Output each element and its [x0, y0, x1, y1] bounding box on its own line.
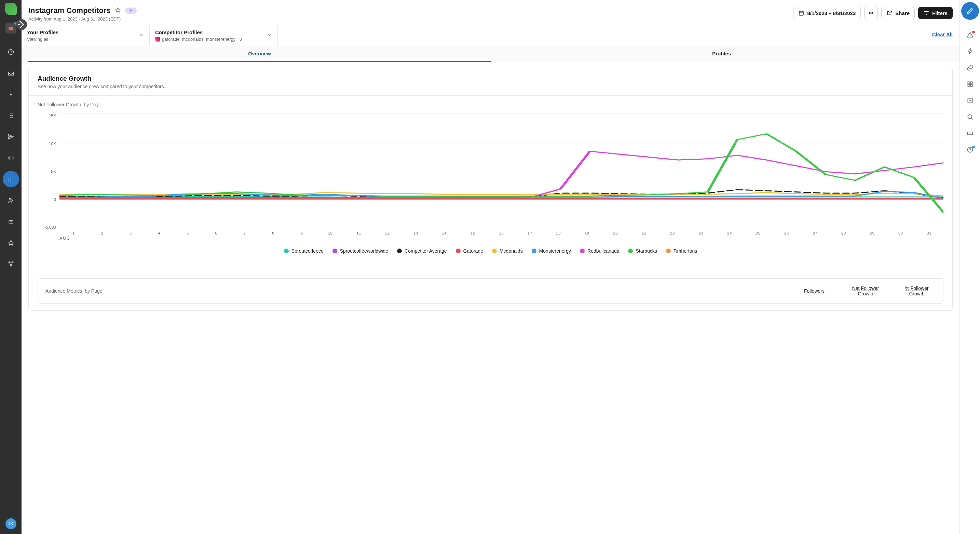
help-button[interactable] [967, 146, 974, 155]
links-button[interactable] [967, 64, 974, 72]
keyboard-button[interactable] [967, 130, 974, 138]
alerts-button[interactable] [967, 32, 974, 40]
bot-icon [8, 218, 14, 225]
legend-item[interactable]: Mcdonalds [492, 248, 523, 253]
grid-line [59, 201, 943, 201]
your-profiles-label: Your Profiles [27, 29, 144, 35]
insights-button[interactable] [967, 48, 974, 56]
x-tick: 19 [573, 231, 601, 235]
nav-network[interactable] [3, 256, 19, 272]
x-tick: 13 [401, 231, 430, 235]
x-tick: 15 [458, 231, 487, 235]
legend-item[interactable]: Redbullcanada [580, 248, 619, 253]
nav-people[interactable] [3, 192, 19, 209]
legend-item[interactable]: Gatorade [456, 248, 483, 253]
x-tick: 6 [202, 231, 230, 235]
nav-star[interactable] [3, 234, 19, 251]
svg-point-2 [12, 199, 13, 200]
clear-all-link[interactable]: Clear All [925, 25, 959, 46]
chart-y-axis: 15K10K5K0-5,000 [38, 113, 59, 230]
more-button[interactable] [864, 7, 878, 19]
arrow-right-icon [16, 19, 27, 30]
svg-point-5 [11, 222, 12, 222]
nav-publish[interactable] [3, 129, 19, 145]
legend-item[interactable]: Sproutcoffeeworldwide [332, 248, 388, 253]
compose-button[interactable] [961, 2, 979, 20]
metric-col-followers[interactable]: Followers [795, 288, 833, 294]
x-tick: 30 [886, 231, 915, 235]
share-button[interactable]: Share [881, 7, 915, 19]
apps-button[interactable] [967, 81, 974, 89]
nav-bot[interactable] [3, 213, 19, 230]
competitor-profiles-sub: gatorade, mcdonalds, monsterenergy +3 [162, 37, 242, 42]
legend-label: Sproutcoffeeco [291, 248, 324, 253]
bolt-icon [967, 48, 974, 55]
svg-rect-13 [968, 82, 970, 84]
x-tick: 29 [858, 231, 886, 235]
compose-icon [966, 7, 974, 15]
left-sidebar: JK [0, 0, 22, 534]
legend-label: Timhortons [673, 248, 697, 253]
nav-dashboard[interactable] [3, 44, 19, 60]
star-outline-icon [115, 7, 121, 13]
chart-subtitle: Net Follower Growth, by Day [38, 102, 943, 107]
x-tick: 16 [487, 231, 515, 235]
sprout-logo[interactable] [5, 3, 17, 15]
legend-label: Mcdonalds [500, 248, 523, 253]
chevron-down-icon [138, 32, 144, 39]
nav-pin[interactable] [3, 86, 19, 102]
competitor-profiles-filter[interactable]: Competitor Profiles gatorade, mcdonalds,… [150, 25, 278, 46]
date-range-button[interactable]: 8/1/2023 – 8/31/2023 [793, 7, 861, 19]
metric-col-pct-growth[interactable]: % Follower Growth [898, 285, 935, 296]
x-tick: 17 [515, 231, 544, 235]
favorite-button[interactable] [115, 7, 121, 14]
tab-profiles[interactable]: Profiles [491, 46, 953, 62]
x-tick: 9 [288, 231, 316, 235]
audience-growth-card: Audience Growth See how your audience gr… [29, 67, 953, 311]
nav-list[interactable] [3, 107, 19, 124]
legend-swatch [456, 249, 461, 253]
right-sidebar [959, 0, 980, 534]
nav-reports[interactable] [3, 171, 19, 187]
network-icon [8, 260, 14, 267]
legend-swatch [666, 249, 671, 253]
add-button[interactable] [967, 97, 974, 105]
filters-label: Filters [932, 10, 948, 16]
share-label: Share [895, 10, 910, 16]
legend-swatch [492, 249, 497, 253]
y-tick: 0 [54, 197, 56, 202]
your-profiles-filter[interactable]: Your Profiles Viewing all [22, 25, 150, 46]
chart-legend: SproutcoffeecoSproutcoffeeworldwideCompe… [38, 241, 943, 256]
ai-chip[interactable] [125, 8, 137, 14]
x-tick: 14 [430, 231, 458, 235]
legend-item[interactable]: Timhortons [666, 248, 697, 253]
legend-label: Sproutcoffeeworldwide [340, 248, 388, 253]
folder-badge[interactable] [5, 22, 16, 33]
star-icon [8, 239, 14, 246]
x-tick: 24 [715, 231, 743, 235]
main-content: Instagram Competitors Activity from Aug … [22, 0, 959, 534]
filters-button[interactable]: Filters [918, 7, 953, 19]
legend-label: Starbucks [636, 248, 657, 253]
help-icon [967, 146, 974, 153]
avatar[interactable]: JK [5, 518, 16, 529]
legend-item[interactable]: Competitor Average [397, 248, 447, 253]
legend-swatch [580, 249, 585, 253]
legend-item[interactable]: Sproutcoffeeco [284, 248, 324, 253]
x-tick: 21 [630, 231, 658, 235]
nav-inbox[interactable] [3, 65, 19, 81]
x-tick: 20 [601, 231, 630, 235]
filter-bar: Your Profiles Viewing all Competitor Pro… [22, 25, 959, 46]
legend-item[interactable]: Monsterenergy [532, 248, 571, 253]
search-button[interactable] [967, 113, 974, 122]
tab-overview[interactable]: Overview [29, 46, 491, 62]
svg-point-12 [872, 13, 873, 13]
x-tick: 2 [88, 231, 116, 235]
audience-metrics-box: Audience Metrics, by Page Followers Net … [38, 278, 943, 304]
nav-audio[interactable] [3, 150, 19, 166]
legend-label: Monsterenergy [539, 248, 571, 253]
legend-swatch [284, 249, 289, 253]
legend-item[interactable]: Starbucks [628, 248, 657, 253]
sidebar-expand-button[interactable] [16, 19, 27, 30]
metric-col-net-growth[interactable]: Net Follower Growth [847, 285, 885, 296]
